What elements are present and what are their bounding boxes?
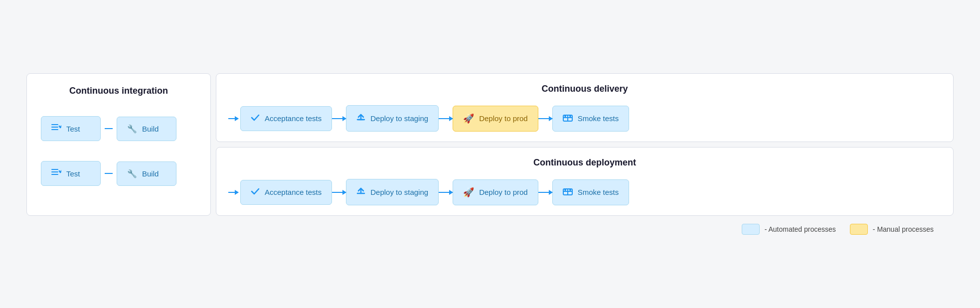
conn-d1	[332, 118, 346, 119]
ci-build-2: 🔧 Build	[117, 161, 176, 186]
delivery-staging-label: Deploy to staging	[370, 114, 428, 123]
deployment-smoke: Smoke tests	[552, 179, 630, 205]
build-icon-1: 🔧	[127, 124, 137, 134]
conn-d2	[439, 118, 453, 119]
conn-d3	[538, 118, 552, 119]
acceptance-icon-1	[251, 114, 260, 124]
manual-legend-box	[850, 224, 868, 235]
ci-row-1: Test 🔧 Build	[41, 116, 196, 141]
svg-point-20	[570, 189, 571, 190]
delivery-pipeline: Acceptance tests D	[228, 105, 941, 132]
svg-rect-3	[51, 169, 58, 170]
deployment-smoke-label: Smoke tests	[578, 188, 619, 196]
prod-icon-2: 🚀	[463, 187, 474, 198]
svg-rect-4	[51, 171, 58, 172]
automated-legend-box	[742, 224, 760, 235]
ci-to-delivery-connector	[228, 118, 238, 119]
test-icon-1	[51, 124, 61, 134]
deployment-acceptance-label: Acceptance tests	[265, 188, 322, 196]
inner-connector-2	[105, 173, 113, 174]
prod-icon-1: 🚀	[463, 113, 474, 124]
conn-dep3	[538, 192, 552, 193]
ci-to-deployment-connector	[228, 192, 238, 193]
ci-test-1: Test	[41, 116, 101, 141]
manual-legend-text: - Manual processes	[873, 225, 934, 233]
delivery-panel: Continuous delivery Acceptan	[216, 73, 954, 142]
acceptance-icon-2	[251, 187, 260, 197]
deployment-staging-label: Deploy to staging	[370, 188, 428, 196]
delivery-smoke-label: Smoke tests	[578, 114, 619, 123]
inner-connector-1	[105, 128, 113, 129]
staging-icon-1	[356, 113, 365, 124]
svg-point-19	[565, 189, 566, 190]
legend-automated: - Automated processes	[742, 224, 836, 235]
build-icon-2: 🔧	[127, 169, 137, 178]
svg-rect-2	[51, 129, 58, 130]
deployment-prod-label: Deploy to prod	[479, 188, 528, 196]
deployment-panel: Continuous deployment Accept	[216, 147, 954, 216]
legend-manual: - Manual processes	[850, 224, 934, 235]
ci-rows: Test 🔧 Build	[41, 116, 196, 186]
ci-build-1: 🔧 Build	[117, 117, 176, 141]
svg-rect-5	[51, 174, 58, 175]
ci-test-label-1: Test	[66, 125, 80, 133]
delivery-title: Continuous delivery	[228, 84, 941, 94]
delivery-prod: 🚀 Deploy to prod	[453, 106, 538, 132]
deployment-staging: Deploy to staging	[346, 179, 439, 205]
delivery-acceptance-label: Acceptance tests	[265, 114, 322, 123]
test-icon-2	[51, 168, 61, 178]
ci-title: Continuous integration	[41, 86, 196, 96]
delivery-acceptance: Acceptance tests	[240, 106, 332, 131]
svg-point-13	[570, 116, 571, 117]
automated-legend-text: - Automated processes	[765, 225, 836, 233]
ci-panel: Continuous integration	[26, 73, 211, 216]
ci-row-2: Test 🔧 Build	[41, 161, 196, 186]
svg-point-12	[565, 116, 566, 117]
conn-dep1	[332, 192, 346, 193]
ci-test-label-2: Test	[66, 169, 80, 178]
deployment-title: Continuous deployment	[228, 157, 941, 168]
deployment-acceptance: Acceptance tests	[240, 180, 332, 205]
smoke-icon-2	[563, 187, 573, 198]
conn-dep2	[439, 192, 453, 193]
deployment-pipeline: Acceptance tests Deploy to staging	[228, 179, 941, 205]
diagram-container: Continuous integration	[16, 63, 964, 245]
legend: - Automated processes - Manual processes	[26, 224, 954, 235]
staging-icon-2	[356, 186, 365, 198]
deployment-prod: 🚀 Deploy to prod	[453, 179, 538, 205]
ci-build-label-2: Build	[142, 169, 159, 178]
delivery-prod-label: Deploy to prod	[479, 114, 528, 123]
ci-test-2: Test	[41, 161, 101, 186]
smoke-icon-1	[563, 113, 573, 124]
delivery-smoke: Smoke tests	[552, 106, 630, 132]
right-column: Continuous delivery Acceptan	[216, 73, 954, 216]
svg-rect-1	[51, 127, 58, 128]
ci-build-label-1: Build	[142, 125, 159, 133]
delivery-staging: Deploy to staging	[346, 105, 439, 132]
svg-rect-0	[51, 124, 58, 125]
